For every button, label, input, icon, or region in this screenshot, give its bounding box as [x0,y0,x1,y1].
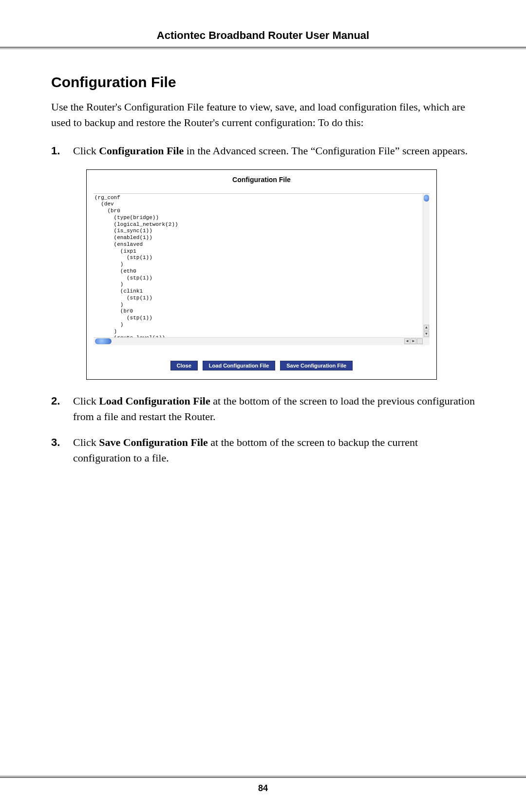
text-bold: Configuration File [99,145,184,157]
steps-list: 1. Click Configuration File in the Advan… [51,143,475,159]
step-1: 1. Click Configuration File in the Advan… [51,143,475,159]
text-fragment: Click [73,145,99,157]
step-number: 3. [51,435,73,466]
footer-divider [0,775,526,778]
manual-header: Actiontec Broadband Router User Manual [51,29,475,42]
steps-list-cont: 2. Click Load Configuration File at the … [51,393,475,466]
button-row: Close Load Configuration File Save Confi… [94,361,430,370]
config-text-content: (rg_conf (dev (br0 (type(bridge)) (logic… [94,195,178,337]
scroll-thumb[interactable] [95,338,112,344]
close-button[interactable]: Close [170,361,198,370]
section-heading: Configuration File [51,74,475,91]
page-number: 84 [0,783,526,794]
scroll-right-icon[interactable]: ► [411,338,416,344]
text-fragment: in the Advanced screen. The “Configurati… [184,145,468,157]
panel-title: Configuration File [94,176,430,184]
step-text: Click Load Configuration File at the bot… [73,393,475,424]
load-config-button[interactable]: Load Configuration File [203,361,275,370]
scroll-thumb[interactable] [424,195,429,202]
step-text: Click Configuration File in the Advanced… [73,143,475,159]
resize-grip-icon [417,338,423,344]
step-number: 2. [51,393,73,424]
step-text: Click Save Configuration File at the bot… [73,435,475,466]
scroll-down-icon[interactable]: ▼ [424,331,429,337]
step-number: 1. [51,143,73,159]
step-3: 3. Click Save Configuration File at the … [51,435,475,466]
text-bold: Load Configuration File [99,395,210,407]
intro-paragraph: Use the Router's Configuration File feat… [51,99,475,130]
screenshot-container: Configuration File (rg_conf (dev (br0 (t… [86,169,437,380]
text-fragment: Click [73,436,99,448]
text-fragment: Click [73,395,99,407]
scroll-up-icon[interactable]: ▲ [424,325,429,331]
header-divider [0,47,526,50]
text-bold: Save Configuration File [99,436,208,448]
horizontal-scrollbar[interactable]: ◄ ► [94,337,430,345]
config-textarea[interactable]: (rg_conf (dev (br0 (type(bridge)) (logic… [94,193,430,337]
step-2: 2. Click Load Configuration File at the … [51,393,475,424]
save-config-button[interactable]: Save Configuration File [280,361,353,370]
vertical-scrollbar[interactable]: ▲ ▼ [423,194,430,337]
scroll-left-icon[interactable]: ◄ [404,338,410,344]
config-file-panel: Configuration File (rg_conf (dev (br0 (t… [86,169,437,380]
